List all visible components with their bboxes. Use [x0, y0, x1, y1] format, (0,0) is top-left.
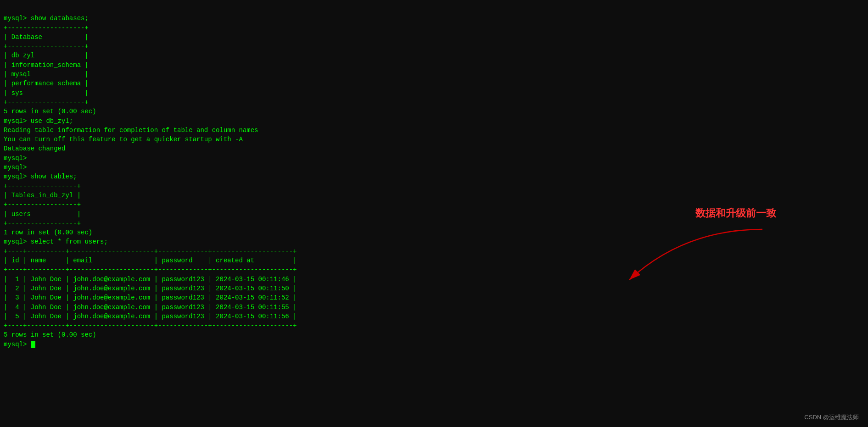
- terminal-line: | performance_schema |: [4, 79, 864, 88]
- terminal-line: | Database |: [4, 33, 864, 42]
- terminal-line: | 3 | John Doe | john.doe@example.com | …: [4, 293, 864, 302]
- terminal-line: | information_schema |: [4, 61, 864, 70]
- terminal-line: | 4 | John Doe | john.doe@example.com | …: [4, 303, 864, 312]
- terminal-line: | mysql |: [4, 70, 864, 79]
- terminal-line: Database changed: [4, 144, 864, 153]
- arrow-indicator: [593, 225, 767, 294]
- terminal-line: mysql> show databases;: [4, 14, 864, 23]
- terminal-line: +--------------------+: [4, 23, 864, 33]
- terminal-cursor: [31, 341, 35, 348]
- terminal-line: +------------------+: [4, 182, 864, 191]
- terminal-line: mysql> show tables;: [4, 172, 864, 181]
- terminal-line: mysql> use db_zyl;: [4, 116, 864, 126]
- annotation-text: 数据和升级前一致: [695, 206, 776, 220]
- terminal-line: | db_zyl |: [4, 51, 864, 60]
- terminal-line: You can turn off this feature to get a q…: [4, 135, 864, 144]
- terminal-line: 5 rows in set (0.00 sec): [4, 330, 864, 339]
- terminal-line: mysql>: [4, 163, 864, 172]
- terminal-line: +--------------------+: [4, 98, 864, 107]
- watermark: CSDN @运维魔法师: [804, 413, 859, 421]
- terminal-line: mysql>: [4, 154, 864, 163]
- terminal-line: +----+----------+----------------------+…: [4, 321, 864, 330]
- terminal-line: 5 rows in set (0.00 sec): [4, 107, 864, 116]
- terminal-line: | Tables_in_db_zyl |: [4, 191, 864, 200]
- terminal-line: Reading table information for completion…: [4, 126, 864, 135]
- terminal-output: mysql> show databases;+-----------------…: [0, 0, 868, 354]
- terminal-line: | 5 | John Doe | john.doe@example.com | …: [4, 312, 864, 321]
- terminal-line: mysql>: [4, 340, 864, 349]
- terminal-line: +--------------------+: [4, 42, 864, 51]
- terminal-line: | sys |: [4, 89, 864, 98]
